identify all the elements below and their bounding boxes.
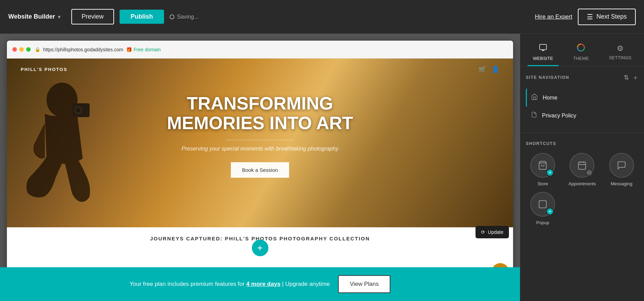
browser-bar: 🔒 https://phillsphotos.godaddysites.com … <box>7 41 513 59</box>
theme-tab-icon <box>577 43 585 54</box>
brand-logo[interactable]: Website Builder ▾ <box>8 13 60 20</box>
banner-text-before: Your free plan includes premium features… <box>130 281 246 287</box>
settings-tab-icon: ⚙ <box>617 44 624 53</box>
preview-button[interactable]: Preview <box>71 9 114 24</box>
shortcuts-title: SHORTCUTS <box>526 141 638 146</box>
site-nav-header: SITE NAVIGATION ⇅ ＋ <box>526 73 638 82</box>
tab-settings[interactable]: ⚙ SETTINGS <box>603 40 637 65</box>
svg-rect-7 <box>579 162 586 169</box>
bottom-banner: Your free plan includes premium features… <box>0 267 520 301</box>
nav-item-privacy[interactable]: Privacy Policy ✎ <box>526 107 638 124</box>
store-add-badge: + <box>546 169 554 176</box>
update-label: Update <box>488 229 503 235</box>
shortcut-messaging[interactable]: Messaging <box>605 153 638 186</box>
shortcut-store[interactable]: + Store <box>526 153 560 186</box>
browser-url-bar[interactable]: 🔒 https://phillsphotos.godaddysites.com … <box>35 47 508 52</box>
next-steps-icon: ☰ <box>587 13 593 21</box>
url-text: https://phillsphotos.godaddysites.com <box>43 47 123 52</box>
shortcuts-section: SHORTCUTS + Store <box>520 134 644 232</box>
store-label: Store <box>538 181 548 186</box>
user-icon[interactable]: 👤 <box>492 65 499 73</box>
messaging-label: Messaging <box>611 181 632 186</box>
shortcuts-grid: + Store ··· Appointme <box>526 153 638 225</box>
shortcut-appointments[interactable]: ··· Appointments <box>565 153 599 186</box>
website-tab-icon <box>539 43 547 54</box>
add-nav-button[interactable]: ＋ <box>632 73 638 82</box>
site-nav-actions: ⇅ ＋ <box>624 73 638 82</box>
hire-expert-button[interactable]: Hire an Expert <box>535 13 572 20</box>
saving-dot-icon <box>170 14 174 19</box>
site-navigation-section: SITE NAVIGATION ⇅ ＋ Home <box>520 66 644 131</box>
tab-website[interactable]: WEBSITE <box>528 39 559 66</box>
hero-content: TRANSFORMING MEMORIES INTO ART Preservin… <box>7 80 513 178</box>
home-icon <box>531 93 538 102</box>
next-steps-label: Next Steps <box>596 13 627 20</box>
privacy-label: Privacy Policy <box>542 113 625 119</box>
tab-theme[interactable]: THEME <box>567 39 595 66</box>
theme-tab-label: THEME <box>573 56 589 61</box>
appointments-circle: ··· <box>570 153 594 178</box>
home-label: Home <box>543 95 634 101</box>
main-layout: 🔒 https://phillsphotos.godaddysites.com … <box>0 34 644 301</box>
sidebar-tabs: WEBSITE THEME ⚙ SETTINGS <box>520 34 644 66</box>
banner-link[interactable]: 4 more days <box>246 281 280 287</box>
hero-subtitle: Preserving your special moments with bre… <box>21 146 499 152</box>
topbar: Website Builder ▾ Preview Publish Saving… <box>0 0 644 34</box>
banner-text: Your free plan includes premium features… <box>130 281 330 288</box>
next-steps-button[interactable]: ☰ Next Steps <box>578 9 636 25</box>
brand-label: Website Builder <box>8 13 55 20</box>
hero-title-line2: MEMORIES INTO ART <box>21 113 499 133</box>
appointments-label: Appointments <box>569 181 596 186</box>
lock-icon: 🔒 <box>35 47 40 52</box>
popup-circle: + <box>530 192 555 217</box>
hero-nav: PHILL'S PHOTOS 🛒 👤 <box>7 59 513 80</box>
publish-button[interactable]: Publish <box>120 10 164 24</box>
dot-yellow <box>19 47 24 52</box>
dot-red <box>12 47 17 52</box>
update-icon: ⟳ <box>481 229 485 235</box>
gift-icon: 🎁 <box>126 47 132 52</box>
hero-section: PHILL'S PHOTOS 🛒 👤 TRANSFORMING MEMORIES… <box>7 59 513 227</box>
svg-rect-11 <box>539 201 546 208</box>
saving-indicator: Saving... <box>170 14 198 20</box>
book-session-button[interactable]: Book a Session <box>231 162 289 178</box>
update-button[interactable]: ⟳ Update <box>476 226 509 238</box>
hero-title-line1: TRANSFORMING <box>21 94 499 113</box>
site-preview: PHILL'S PHOTOS 🛒 👤 TRANSFORMING MEMORIES… <box>7 59 513 301</box>
page-icon <box>531 112 537 120</box>
right-sidebar: WEBSITE THEME ⚙ SETTINGS <box>520 34 644 301</box>
dot-green <box>26 47 31 52</box>
browser-dots <box>12 47 31 52</box>
store-circle: + <box>530 153 555 178</box>
banner-text-after: | Upgrade anytime <box>280 281 330 287</box>
saving-label: Saving... <box>177 14 198 20</box>
settings-tab-label: SETTINGS <box>609 55 631 60</box>
free-domain-badge[interactable]: 🎁 Free domain <box>126 47 161 52</box>
popup-add-badge: + <box>546 208 554 215</box>
cart-icon[interactable]: 🛒 <box>479 65 486 73</box>
add-section-button[interactable]: + <box>252 240 268 256</box>
shortcut-popup[interactable]: + Popup <box>526 192 560 225</box>
nav-item-home[interactable]: Home <box>526 89 638 107</box>
site-nav-icons: 🛒 👤 <box>479 65 499 73</box>
hero-divider <box>226 140 295 140</box>
browser-frame: 🔒 https://phillsphotos.godaddysites.com … <box>7 41 513 301</box>
canvas-area: 🔒 https://phillsphotos.godaddysites.com … <box>0 34 520 301</box>
free-domain-label: Free domain <box>134 47 161 52</box>
sidebar-divider <box>520 133 644 133</box>
site-brand: PHILL'S PHOTOS <box>21 67 68 72</box>
hero-title: TRANSFORMING MEMORIES INTO ART <box>21 94 499 133</box>
messaging-circle <box>609 153 634 178</box>
reorder-button[interactable]: ⇅ <box>624 73 629 82</box>
site-nav-title: SITE NAVIGATION <box>526 75 569 80</box>
appointments-more-badge: ··· <box>585 169 593 176</box>
popup-label: Popup <box>536 220 549 225</box>
view-plans-button[interactable]: View Plans <box>338 275 390 293</box>
svg-rect-4 <box>540 44 546 50</box>
website-tab-label: WEBSITE <box>533 56 553 61</box>
brand-chevron-icon: ▾ <box>58 14 60 20</box>
